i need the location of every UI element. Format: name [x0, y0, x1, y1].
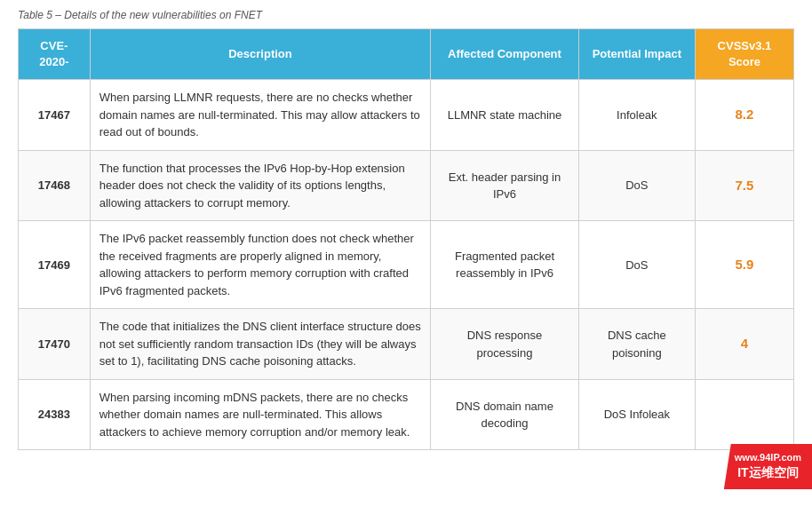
- table-row: 17469The IPv6 packet reassembly function…: [19, 221, 794, 309]
- table-row: 17467When parsing LLMNR requests, there …: [19, 80, 794, 151]
- table-row: 17468The function that processes the IPv…: [19, 150, 794, 221]
- vulnerabilities-table: CVE-2020- Description Affected Component…: [18, 28, 794, 450]
- affected-cell: DNS domain name decoding: [431, 379, 579, 450]
- description-cell: The code that initializes the DNS client…: [90, 309, 431, 380]
- cvss-cell: 5.9: [695, 221, 793, 309]
- table-row: 17470The code that initializes the DNS c…: [19, 309, 794, 380]
- affected-header: Affected Component: [431, 29, 579, 80]
- description-header: Description: [90, 29, 431, 80]
- cve-cell: 24383: [19, 379, 91, 450]
- impact-header: Potential Impact: [578, 29, 695, 80]
- watermark-line2: IT运维空间: [735, 464, 801, 468]
- cve-cell: 17469: [19, 221, 91, 309]
- description-cell: The IPv6 packet reassembly function does…: [90, 221, 431, 309]
- watermark: www.94IP.com IT运维空间: [724, 444, 812, 468]
- watermark-line1: www.94IP.com: [735, 451, 801, 464]
- description-cell: The function that processes the IPv6 Hop…: [90, 150, 431, 221]
- cve-cell: 17470: [19, 309, 91, 380]
- cvss-cell: 7.5: [695, 150, 793, 221]
- description-cell: When parsing LLMNR requests, there are n…: [90, 80, 431, 151]
- table-row: 24383When parsing incoming mDNS packets,…: [19, 379, 794, 450]
- impact-cell: DoS: [578, 221, 695, 309]
- cvss-cell: 4: [695, 309, 793, 380]
- cvss-cell: [695, 379, 793, 450]
- cve-cell: 17467: [19, 80, 91, 151]
- cvss-header: CVSSv3.1 Score: [695, 29, 793, 80]
- impact-cell: DoS Infoleak: [578, 379, 695, 450]
- cve-cell: 17468: [19, 150, 91, 221]
- description-cell: When parsing incoming mDNS packets, ther…: [90, 379, 431, 450]
- impact-cell: DNS cache poisoning: [578, 309, 695, 380]
- affected-cell: DNS response processing: [431, 309, 579, 380]
- table-caption: Table 5 – Details of the new vulnerabili…: [18, 9, 794, 21]
- impact-cell: DoS: [578, 150, 695, 221]
- affected-cell: Fragmented packet reassembly in IPv6: [431, 221, 579, 309]
- cvss-cell: 8.2: [695, 80, 793, 151]
- impact-cell: Infoleak: [578, 80, 695, 151]
- affected-cell: Ext. header parsing in IPv6: [431, 150, 579, 221]
- affected-cell: LLMNR state machine: [431, 80, 579, 151]
- cve-header: CVE-2020-: [19, 29, 91, 80]
